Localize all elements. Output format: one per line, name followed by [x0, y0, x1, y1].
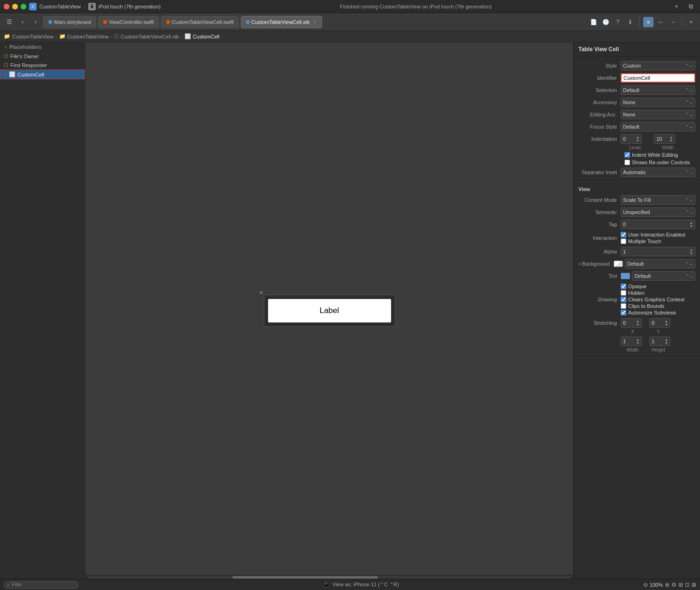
reorder-checkbox[interactable]	[624, 160, 630, 165]
stretch-h-stepper[interactable]: ▲ ▼	[665, 338, 668, 345]
question-icon[interactable]: ?	[613, 17, 623, 27]
debug-btn[interactable]: ⚙	[671, 582, 677, 588]
info-icon[interactable]: ℹ	[625, 17, 635, 27]
semantic-dropdown[interactable]: Unspecified ⌃⌄	[621, 207, 695, 217]
stretch-x-input[interactable]: 0 ▲ ▼	[621, 318, 642, 328]
alpha-input[interactable]: 1 ▲ ▼	[621, 247, 695, 256]
connections-inspector-btn[interactable]: →	[668, 17, 678, 27]
editing-acc-dropdown[interactable]: None ⌃⌄	[621, 110, 695, 119]
scrollbar-thumb[interactable]	[232, 576, 377, 579]
grid-btn[interactable]: ⊞	[678, 582, 683, 588]
clips-bounds-checkbox[interactable]	[621, 303, 626, 309]
content-mode-dropdown[interactable]: Scale To Fill ⌃⌄	[621, 195, 695, 205]
back-btn[interactable]: ‹	[17, 16, 28, 28]
alpha-stepper[interactable]: ▲ ▼	[690, 248, 693, 255]
level-up[interactable]: ▲	[636, 136, 639, 139]
breadcrumb-3[interactable]: CustomTableViewCell.xib	[121, 34, 179, 39]
tint-dropdown[interactable]: Default ⌃⌄	[632, 271, 695, 281]
identifier-input[interactable]	[621, 73, 695, 83]
filter-box[interactable]: ⌕ Filter	[4, 581, 79, 589]
clears-graphics-checkbox[interactable]	[621, 297, 626, 302]
stretch-y-input[interactable]: 0 ▲ ▼	[649, 318, 670, 328]
width-up[interactable]: ▲	[669, 136, 673, 139]
stretch-w-up[interactable]: ▲	[636, 338, 639, 341]
tag-down[interactable]: ▼	[690, 224, 693, 228]
width-input[interactable]: 10 ▲ ▼	[654, 134, 675, 144]
add-tab-btn[interactable]: +	[671, 1, 682, 12]
width-down[interactable]: ▼	[669, 139, 673, 142]
sidebar-item-filesowner[interactable]: ⬡ File's Owner	[0, 52, 85, 61]
size-inspector-btn[interactable]: ↔	[655, 17, 666, 27]
horizontal-scrollbar[interactable]	[85, 575, 573, 579]
multiple-touch-checkbox[interactable]	[621, 238, 626, 244]
zoom-out-btn[interactable]: ⊖	[643, 582, 648, 588]
scrollbar-track[interactable]	[87, 576, 571, 579]
alpha-down[interactable]: ▼	[690, 252, 693, 255]
selection-dropdown[interactable]: Default ⌃⌄	[621, 85, 695, 95]
view-as-icon: 📱	[323, 582, 330, 588]
sidebar-item-firstresponder[interactable]: ⬡ First Responder	[0, 61, 85, 69]
cell-preview[interactable]: Label	[264, 295, 395, 327]
nav-list-btn[interactable]: ☰	[4, 16, 15, 28]
stretch-h-down[interactable]: ▼	[665, 341, 668, 345]
stretch-h-input[interactable]: 1 ▲ ▼	[649, 337, 670, 346]
app-icon: X	[29, 3, 37, 10]
tab-main-storyboard[interactable]: Main.storyboard	[43, 16, 96, 28]
snap-btn[interactable]: ⊡	[685, 582, 690, 588]
indent-checkbox[interactable]	[624, 152, 630, 158]
breadcrumb-2[interactable]: CustomTableView	[68, 34, 109, 39]
collapse-triangle[interactable]: ▼	[4, 45, 8, 49]
file-new-icon[interactable]: 📄	[588, 17, 599, 27]
stretch-w-down[interactable]: ▼	[636, 341, 639, 345]
width-stepper[interactable]: ▲ ▼	[669, 136, 673, 142]
stretch-w-stepper[interactable]: ▲ ▼	[636, 338, 639, 345]
forward-btn[interactable]: ›	[30, 16, 41, 28]
stretch-x-down[interactable]: ▼	[636, 323, 639, 326]
background-swatch[interactable]	[614, 261, 623, 267]
tab-close-icon[interactable]: ✕	[313, 20, 317, 24]
tab-viewcontroller[interactable]: ViewController.swift	[98, 16, 159, 28]
stretch-y-stepper[interactable]: ▲ ▼	[665, 320, 668, 326]
constraint-btn[interactable]: ⊠	[692, 582, 696, 588]
attributes-inspector-btn[interactable]: ≡	[643, 17, 654, 27]
background-expand[interactable]: +	[578, 261, 581, 267]
stretch-h-up[interactable]: ▲	[665, 338, 668, 341]
accessory-dropdown[interactable]: None ⌃⌄	[621, 98, 695, 107]
tab-customcell-xib[interactable]: CustomTableViewCell.xib ✕	[241, 16, 323, 28]
library-btn[interactable]: +	[686, 17, 696, 27]
separator-inset-dropdown[interactable]: Automatic ⌃⌄	[621, 168, 695, 177]
focus-style-dropdown[interactable]: Default ⌃⌄	[621, 122, 695, 131]
style-dropdown[interactable]: Custom ⌃⌄	[621, 61, 695, 70]
fullscreen-btn[interactable]	[21, 4, 26, 9]
stretch-x-stepper[interactable]: ▲ ▼	[636, 320, 639, 326]
hidden-checkbox[interactable]	[621, 290, 626, 296]
user-interaction-checkbox[interactable]	[621, 232, 626, 238]
level-stepper[interactable]: ▲ ▼	[636, 136, 639, 142]
tint-swatch[interactable]	[621, 273, 630, 279]
zoom-in-btn[interactable]: ⊕	[665, 582, 669, 588]
tag-input[interactable]: 0 ▲ ▼	[621, 220, 695, 229]
split-view-btn[interactable]: ⧉	[685, 1, 696, 12]
title-bar: X CustomTableView › 📱 iPod touch (7th ge…	[0, 0, 700, 13]
level-input[interactable]: 0 ▲ ▼	[621, 134, 642, 144]
autoresize-checkbox[interactable]	[621, 310, 626, 315]
tag-up[interactable]: ▲	[690, 221, 693, 224]
background-dropdown[interactable]: Default ⌃⌄	[625, 259, 695, 268]
opaque-checkbox[interactable]	[621, 284, 626, 289]
breadcrumb-1[interactable]: CustomTableView	[12, 34, 54, 39]
tab-customcell-swift[interactable]: CustomTableViewCell.swift	[161, 16, 239, 28]
stretch-y-down[interactable]: ▼	[665, 323, 668, 326]
breadcrumb-4[interactable]: CustomCell	[193, 34, 220, 39]
level-down[interactable]: ▼	[636, 139, 639, 142]
tag-stepper[interactable]: ▲ ▼	[690, 221, 693, 228]
customcell-triangle[interactable]: ▶	[4, 72, 7, 77]
close-btn[interactable]	[4, 4, 9, 9]
stretch-w-input[interactable]: 1 ▲ ▼	[621, 337, 642, 346]
minimize-btn[interactable]	[12, 4, 18, 9]
clock-icon[interactable]: 🕐	[600, 17, 611, 27]
level-sublabel: Level	[624, 145, 646, 150]
stretch-x-up[interactable]: ▲	[636, 320, 639, 323]
sidebar-item-customcell[interactable]: ▶ ⬜ CustomCell	[0, 69, 85, 79]
stretch-y-up[interactable]: ▲	[665, 320, 668, 323]
alpha-up[interactable]: ▲	[690, 248, 693, 252]
